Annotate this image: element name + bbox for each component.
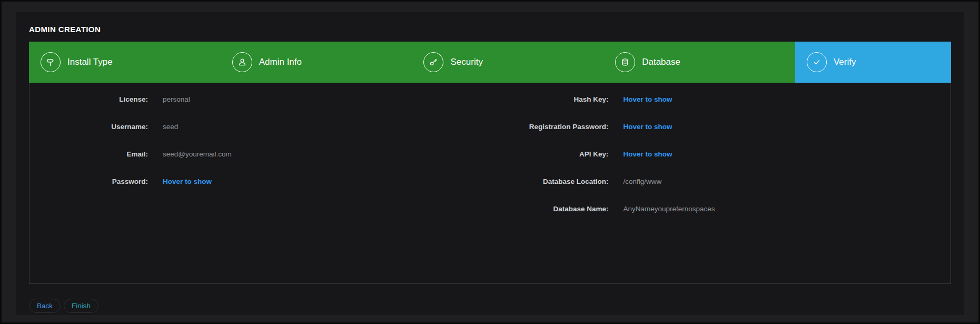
summary-row-password: Password: Hover to show	[29, 178, 490, 186]
admin-creation-card: ADMIN CREATION Install Type	[16, 12, 964, 315]
step-verify[interactable]: Verify	[795, 42, 951, 83]
verify-summary-panel: License: personal Username: seed Email: …	[29, 83, 951, 284]
step-security[interactable]: Security	[412, 42, 603, 83]
app-background: ADMIN CREATION Install Type	[2, 2, 978, 322]
field-label: API Key:	[490, 150, 609, 159]
finish-button[interactable]: Finish	[64, 299, 98, 313]
step-admin-info[interactable]: Admin Info	[221, 42, 412, 83]
field-value: seed@youremail.com	[163, 150, 232, 159]
field-value: AnyNameyouprefernospaces	[623, 205, 715, 213]
hover-to-show-link[interactable]: Hover to show	[623, 95, 672, 104]
key-icon	[423, 52, 443, 72]
wizard-stepper: Install Type Admin Info	[29, 42, 951, 83]
field-label: Username:	[29, 123, 148, 131]
field-label: Hash Key:	[490, 95, 609, 104]
summary-row-hash-key: Hash Key: Hover to show	[490, 95, 951, 104]
summary-row-username: Username: seed	[29, 123, 490, 131]
signpost-icon	[41, 52, 61, 72]
hover-to-show-link[interactable]: Hover to show	[163, 178, 212, 186]
summary-row-registration-password: Registration Password: Hover to show	[490, 123, 951, 131]
field-value: seed	[163, 123, 178, 131]
page-title: ADMIN CREATION	[29, 25, 951, 34]
field-label: Registration Password:	[490, 123, 609, 131]
field-label: Email:	[29, 150, 148, 159]
step-label: Security	[450, 57, 482, 67]
field-value: personal	[163, 95, 190, 104]
step-label: Verify	[834, 57, 856, 67]
summary-row-license: License: personal	[29, 95, 490, 104]
summary-row-api-key: API Key: Hover to show	[490, 150, 951, 159]
step-label: Database	[642, 57, 680, 67]
summary-row-email: Email: seed@youremail.com	[29, 150, 490, 159]
user-icon	[232, 52, 252, 72]
step-install-type[interactable]: Install Type	[29, 42, 221, 83]
step-database[interactable]: Database	[603, 42, 795, 83]
step-label: Admin Info	[259, 57, 302, 67]
back-button[interactable]: Back	[29, 299, 61, 313]
hover-to-show-link[interactable]: Hover to show	[623, 123, 672, 131]
field-label: License:	[29, 95, 148, 104]
field-label: Database Name:	[490, 205, 609, 213]
step-label: Install Type	[67, 57, 113, 67]
hover-to-show-link[interactable]: Hover to show	[623, 150, 672, 159]
field-label: Password:	[29, 178, 148, 186]
database-icon	[615, 52, 635, 72]
field-label: Database Location:	[490, 178, 609, 186]
summary-right-column: Hash Key: Hover to show Registration Pas…	[490, 95, 951, 232]
summary-row-database-location: Database Location: /config/www	[490, 178, 951, 186]
wizard-footer-actions: Back Finish	[29, 299, 951, 313]
check-icon	[807, 52, 827, 72]
summary-row-database-name: Database Name: AnyNameyouprefernospaces	[490, 205, 951, 213]
field-value: /config/www	[623, 178, 662, 186]
summary-left-column: License: personal Username: seed Email: …	[29, 95, 490, 232]
